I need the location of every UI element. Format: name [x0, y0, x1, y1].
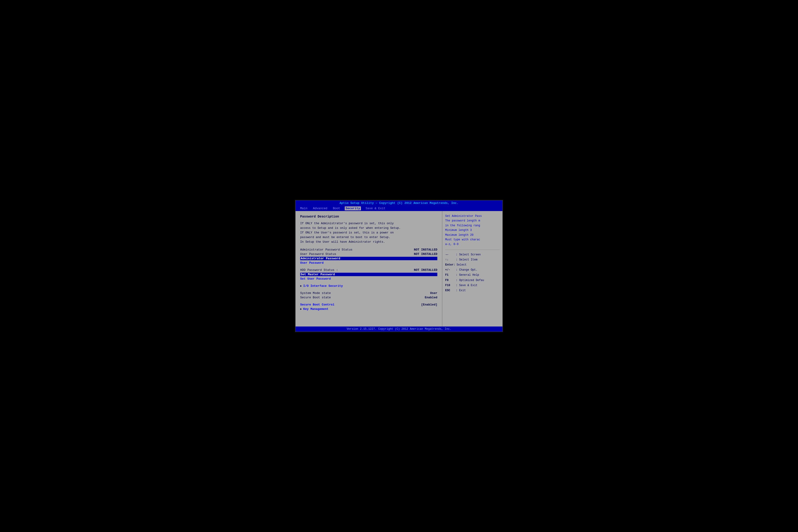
nav-item-advanced[interactable]: Advanced — [312, 206, 328, 210]
help-key-4: F1 — [445, 273, 454, 277]
nav-item-save-exit[interactable]: Save & Exit — [365, 206, 386, 210]
help-key-0: →← — [445, 253, 454, 257]
user-password-status-label: User Password Status — [300, 252, 336, 256]
bottom-bar: Version 2.15.1227. Copyright (C) 2012 Am… — [296, 326, 502, 331]
help-key-1: ↑↓ — [445, 258, 454, 262]
help-row-0: →← : Select Screen — [445, 253, 500, 257]
bios-screen: Aptio Setup Utility – Copyright (C) 2012… — [295, 200, 503, 332]
hdd-password-status-label: HDD Password Status : — [300, 268, 338, 272]
system-mode-value: User — [430, 291, 437, 295]
header-title: Aptio Setup Utility – Copyright (C) 2012… — [340, 201, 459, 205]
help-section: →← : Select Screen ↑↓ : Select Item Ente… — [445, 253, 500, 293]
help-desc-3: : Change Opt. — [456, 268, 477, 272]
help-desc-6: : Save & Exit — [456, 283, 477, 288]
right-info-line-6: a-z, 0-9 — [445, 242, 500, 247]
right-info-line-0: Set Administrator Pass — [445, 214, 500, 218]
help-desc-7: : Exit — [456, 288, 466, 293]
secure-boot-control-value: [Enabled] — [421, 303, 437, 306]
io-interface-security-item[interactable]: ► I/O Interface Security — [300, 284, 437, 288]
set-master-password-item[interactable]: Set Master Password — [300, 273, 437, 276]
help-row-1: ↑↓ : Select Item — [445, 258, 500, 262]
help-desc-1: : Select Item — [456, 258, 477, 262]
top-bar: Aptio Setup Utility – Copyright (C) 2012… — [296, 201, 502, 206]
help-key-5: F9 — [445, 278, 454, 283]
secure-boot-control-row: Secure Boot Control [Enabled] — [300, 303, 437, 306]
arrow-right-icon: ► — [300, 284, 302, 288]
help-key-2: Enter: — [445, 263, 455, 267]
help-row-2: Enter: Select — [445, 263, 500, 267]
section-title: Password Description — [300, 215, 437, 218]
admin-password-status-value: NOT INSTALLED — [414, 248, 437, 251]
nav-item-main[interactable]: Main — [299, 206, 308, 210]
help-desc-2: Select — [456, 263, 467, 267]
user-password-item[interactable]: User Password — [300, 261, 437, 265]
help-desc-5: : Optimized Defau — [456, 278, 484, 283]
help-key-7: ESC — [445, 288, 454, 293]
right-info-line-2: in the following rang — [445, 223, 500, 228]
help-row-7: ESC : Exit — [445, 288, 500, 293]
system-mode-label: System Mode state — [300, 291, 331, 295]
io-interface-label: I/O Interface Security — [303, 284, 343, 288]
hdd-password-status-row: HDD Password Status : NOT INSTALLED — [300, 268, 437, 272]
secure-boot-control-item[interactable]: Secure Boot Control — [300, 303, 334, 306]
right-info-line-4: Maximum length 20 — [445, 233, 500, 238]
main-content: Password Description If ONLY the Adminis… — [296, 211, 502, 326]
arrow-right-icon-2: ► — [300, 307, 302, 311]
admin-password-status-label: Administrator Password Status — [300, 248, 353, 251]
nav-item-boot[interactable]: Boot — [332, 206, 341, 210]
secure-boot-state-value: Enabled — [425, 296, 437, 299]
help-key-3: +/- — [445, 268, 454, 272]
help-row-4: F1 : General Help — [445, 273, 500, 277]
hdd-password-status-value: NOT INSTALLED — [414, 268, 437, 272]
secure-boot-state-row: Secure Boot state Enabled — [300, 296, 437, 299]
user-password-status-row: User Password Status NOT INSTALLED — [300, 252, 437, 256]
help-desc-4: : General Help — [456, 273, 479, 277]
description-text: If ONLY the Administrator's password is … — [300, 221, 437, 244]
key-management-item[interactable]: ► Key Management — [300, 307, 437, 311]
help-key-6: F10 — [445, 283, 454, 288]
administrator-password-item[interactable]: Administrator Password — [300, 257, 437, 260]
nav-bar: Main Advanced Boot Security Save & Exit — [296, 206, 502, 211]
key-management-label: Key Management — [303, 307, 328, 311]
help-desc-0: : Select Screen — [456, 253, 481, 257]
system-mode-row: System Mode state User — [300, 291, 437, 295]
nav-item-security[interactable]: Security — [345, 206, 361, 210]
footer-text: Version 2.15.1227. Copyright (C) 2012 Am… — [347, 327, 451, 331]
right-info-line-3: Minimum length 3 — [445, 228, 500, 232]
user-password-status-value: NOT INSTALLED — [414, 252, 437, 256]
set-user-password-item[interactable]: Set User Password — [300, 277, 437, 281]
right-info-line-5: Must type with charac — [445, 238, 500, 242]
help-row-6: F10 : Save & Exit — [445, 283, 500, 288]
right-info-line-1: The password length m — [445, 218, 500, 223]
admin-password-status-row: Administrator Password Status NOT INSTAL… — [300, 248, 437, 251]
secure-boot-state-label: Secure Boot state — [300, 296, 331, 299]
right-panel: Set Administrator Pass The password leng… — [442, 211, 502, 326]
right-info-section: Set Administrator Pass The password leng… — [445, 214, 500, 247]
help-row-5: F9 : Optimized Defau — [445, 278, 500, 283]
help-row-3: +/- : Change Opt. — [445, 268, 500, 272]
left-panel: Password Description If ONLY the Adminis… — [296, 211, 442, 326]
